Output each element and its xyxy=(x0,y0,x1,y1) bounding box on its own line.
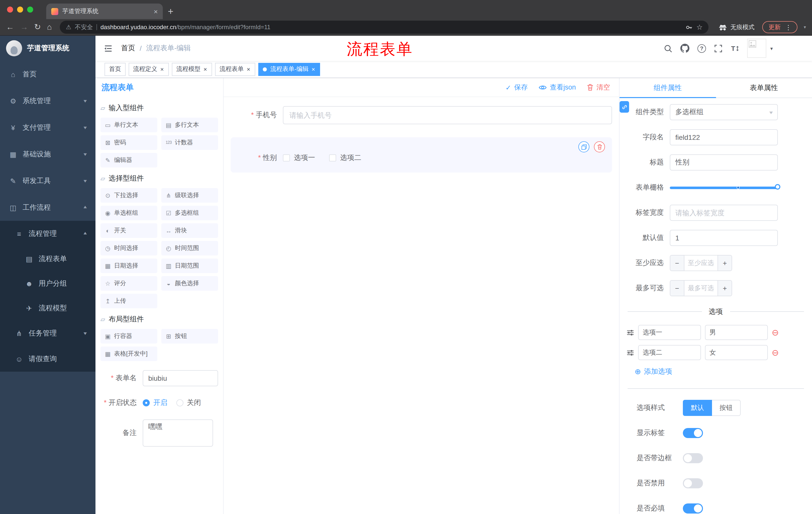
browser-home-button[interactable]: ⌂ xyxy=(47,23,52,31)
phone-field-row[interactable]: 手机号 xyxy=(231,106,612,124)
prop-form-grid-slider[interactable] xyxy=(670,180,778,196)
fullscreen-icon[interactable] xyxy=(714,44,723,53)
hamburger-icon[interactable] xyxy=(104,44,113,53)
drag-handle-icon[interactable] xyxy=(627,349,634,356)
slider-handle[interactable] xyxy=(775,184,780,190)
delete-widget-button[interactable] xyxy=(594,141,605,153)
selected-gender-widget[interactable]: 性别 选项一选项二 xyxy=(231,137,612,172)
tag-process-form[interactable]: 流程表单× xyxy=(215,63,255,76)
view-json-button[interactable]: 查看json xyxy=(539,83,576,92)
palette-item-date[interactable]: ▦日期选择 xyxy=(100,259,157,273)
palette-item-select[interactable]: ⊙下拉选择 xyxy=(100,188,157,203)
gender-option-2[interactable]: 选项二 xyxy=(329,154,361,162)
palette-item-table[interactable]: ▦表格[开发中] xyxy=(100,347,157,361)
sidebar-item-infra[interactable]: ▦基础设施▾ xyxy=(0,141,95,167)
prop-max-select-stepper[interactable]: −最多可选+ xyxy=(670,280,732,296)
tab-form-props[interactable]: 表单属性 xyxy=(716,78,812,98)
add-option-button[interactable]: ⊕ 添加选项 xyxy=(635,367,812,376)
update-chip[interactable]: 更新 ⋮ xyxy=(762,21,798,33)
tag-close-icon[interactable]: × xyxy=(246,65,251,73)
palette-item-time[interactable]: ◷时间选择 xyxy=(100,241,157,255)
palette-item-color[interactable]: ◒颜色选择 xyxy=(161,276,218,291)
browser-tab[interactable]: 芋道管理系统 × xyxy=(46,3,163,19)
browser-menu-icon[interactable]: ⋮ xyxy=(785,23,792,31)
sidebar-item-process-model[interactable]: ✈流程模型 xyxy=(0,296,95,320)
sidebar-item-devtools[interactable]: ✎研发工具▾ xyxy=(0,167,95,194)
sidebar-item-task-mgmt[interactable]: ⋔任务管理▾ xyxy=(0,320,95,346)
tag-close-icon[interactable]: × xyxy=(311,65,316,73)
tag-process-definition[interactable]: 流程定义× xyxy=(128,63,169,76)
tag-home[interactable]: 首页 xyxy=(105,63,126,76)
palette-item-switch[interactable]: ◐开关 xyxy=(100,223,157,238)
tab-close-icon[interactable]: × xyxy=(154,8,158,15)
tab-component-props[interactable]: 组件属性 xyxy=(619,78,716,98)
form-name-input[interactable] xyxy=(143,370,218,386)
sidebar-item-system[interactable]: ⚙系统管理▾ xyxy=(0,87,95,114)
new-tab-button[interactable]: + xyxy=(163,3,178,19)
palette-item-upload[interactable]: ↥上传 xyxy=(100,294,157,308)
sidebar-item-leave-query[interactable]: ☺请假查询 xyxy=(0,346,95,372)
toggle-required[interactable] xyxy=(683,504,703,514)
sidebar-logo[interactable]: 芋道管理系统 xyxy=(0,36,95,61)
font-size-icon[interactable]: T xyxy=(731,44,739,53)
decrease-button[interactable]: − xyxy=(670,255,685,271)
status-radio-on[interactable]: 开启 xyxy=(143,398,167,407)
sidebar-item-process-mgmt[interactable]: ≡流程管理▾ xyxy=(0,221,95,246)
increase-button[interactable]: + xyxy=(718,281,732,296)
window-close-button[interactable] xyxy=(7,6,13,12)
prop-field-name-input[interactable] xyxy=(670,129,778,145)
clear-button[interactable]: 清空 xyxy=(587,83,610,92)
palette-item-row[interactable]: ▣行容器 xyxy=(100,329,157,344)
help-icon[interactable] xyxy=(697,44,706,53)
palette-item-date-range[interactable]: ▥日期范围 xyxy=(161,259,218,273)
palette-item-time-range[interactable]: ◴时间范围 xyxy=(161,241,218,255)
checkbox-box[interactable] xyxy=(329,154,336,161)
copy-widget-button[interactable] xyxy=(578,141,589,153)
prop-component-type-select[interactable]: 多选框组▾ xyxy=(670,104,778,120)
gender-option-1[interactable]: 选项一 xyxy=(283,154,315,162)
option-label-input[interactable] xyxy=(638,345,701,360)
status-radio-off[interactable]: 关闭 xyxy=(176,398,201,407)
prop-title-input[interactable] xyxy=(670,154,778,170)
palette-item-rate[interactable]: ☆评分 xyxy=(100,276,157,291)
option-value-input[interactable] xyxy=(705,325,768,340)
sidebar-item-user-group[interactable]: ☻用户分组 xyxy=(0,271,95,296)
forward-button[interactable]: → xyxy=(20,23,28,31)
security-warning-icon[interactable]: ⚠ xyxy=(66,24,71,31)
password-key-icon[interactable] xyxy=(685,23,693,31)
checkbox-box[interactable] xyxy=(283,154,290,161)
tag-close-icon[interactable]: × xyxy=(203,65,207,73)
address-bar[interactable]: ⚠ 不安全 dashboard.yudao.iocoder.cn/bpm/man… xyxy=(60,21,709,34)
palette-item-button[interactable]: ⊞按钮 xyxy=(161,329,218,344)
palette-item-editor[interactable]: ✎编辑器 xyxy=(100,153,157,167)
toggle-border[interactable] xyxy=(683,453,703,463)
prop-min-select-stepper[interactable]: −至少应选+ xyxy=(670,255,732,271)
window-zoom-button[interactable] xyxy=(27,6,33,12)
sidebar-item-payment[interactable]: ¥支付管理▾ xyxy=(0,114,95,141)
search-icon[interactable] xyxy=(664,44,672,53)
drag-handle-icon[interactable] xyxy=(627,329,634,336)
toolbar-caret-icon[interactable]: ▾ xyxy=(804,25,806,30)
palette-item-slider[interactable]: ↔滑块 xyxy=(161,223,218,238)
palette-item-textarea[interactable]: ▤多行文本 xyxy=(161,118,218,132)
palette-item-checkbox[interactable]: ☑多选框组 xyxy=(161,206,218,220)
remove-option-icon[interactable]: ⊖ xyxy=(772,328,779,337)
increase-button[interactable]: + xyxy=(718,255,732,271)
sidebar-item-home[interactable]: ⌂首页 xyxy=(0,61,95,87)
tag-close-icon[interactable]: × xyxy=(160,65,164,73)
back-button[interactable]: ← xyxy=(6,23,14,31)
palette-item-radio[interactable]: ◉单选框组 xyxy=(100,206,157,220)
user-avatar[interactable] xyxy=(747,39,766,58)
reload-button[interactable]: ↻ xyxy=(34,23,41,31)
bookmark-star-icon[interactable]: ☆ xyxy=(696,23,703,31)
palette-item-cascader[interactable]: ⋔级联选择 xyxy=(161,188,218,203)
prop-default-value-input[interactable] xyxy=(670,230,778,246)
option-style-choice[interactable]: 默认 xyxy=(683,400,712,416)
github-icon[interactable] xyxy=(680,44,689,53)
option-style-choice[interactable]: 按钮 xyxy=(712,400,741,416)
tag-process-form-edit[interactable]: 流程表单-编辑× xyxy=(258,63,320,76)
save-button[interactable]: ✓ 保存 xyxy=(505,83,528,92)
sidebar-item-workflow[interactable]: ◫工作流程▾ xyxy=(0,194,95,221)
palette-item-password[interactable]: ⊠密码 xyxy=(100,135,157,150)
form-remark-textarea[interactable]: 嘿嘿 xyxy=(143,420,213,447)
